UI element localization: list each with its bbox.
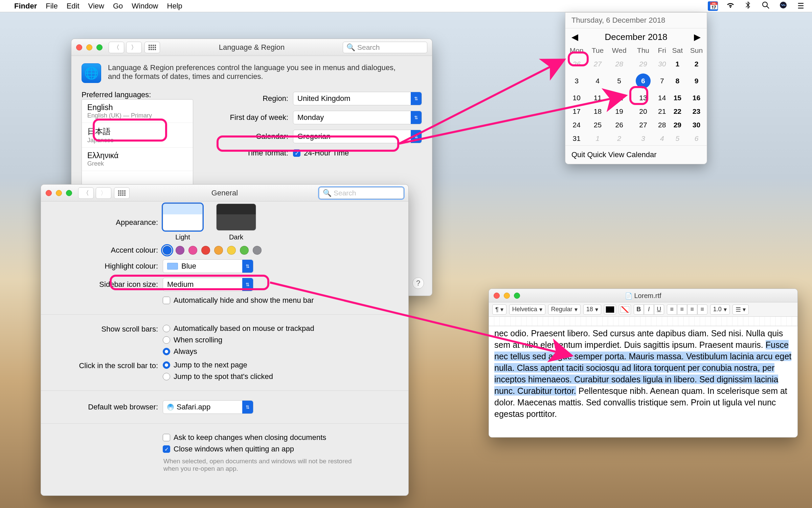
scrollbar-radio[interactable] [163,348,170,355]
bluetooth-icon[interactable] [743,1,753,11]
calendar-day[interactable]: 15 [669,91,686,105]
highlight-colour-select[interactable]: Blue ⇅ [163,259,253,273]
region-select[interactable]: United Kingdom ⇅ [293,92,422,105]
align-left-button[interactable]: ≡ [667,304,677,315]
menu-help[interactable]: Help [167,2,182,10]
calendar-prev-month[interactable]: ◀ [571,32,578,42]
calendar-day[interactable]: 22 [669,105,686,118]
calendar-day[interactable]: 3 [631,132,655,145]
calendar-day[interactable]: 20 [631,105,655,118]
align-right-button[interactable]: ≡ [687,304,697,315]
font-family-select[interactable]: Helvetica ▾ [509,304,545,315]
calendar-day[interactable]: 27 [631,118,655,132]
calendar-day[interactable]: 23 [686,105,707,118]
accent-swatch[interactable] [176,246,184,255]
calendar-day[interactable]: 14 [655,91,669,105]
calendar-day[interactable]: 11 [588,91,608,105]
default-browser-select[interactable]: Safari.app ⇅ [163,400,253,414]
calendar-day[interactable]: 5 [607,71,631,91]
calendar-day[interactable]: 25 [588,118,608,132]
accent-swatch[interactable] [253,246,262,255]
language-row-english[interactable]: English English (UK) — Primary [82,100,193,123]
list-style-select[interactable]: ☰ ▾ [732,304,749,315]
calendar-day[interactable]: 27 [588,57,608,71]
calendar-day[interactable]: 1 [669,57,686,71]
calendar-day[interactable]: 29 [631,57,655,71]
calendar-select[interactable]: Gregorian ⇅ [293,130,422,143]
accent-swatch[interactable] [201,246,210,255]
calendar-next-month[interactable]: ▶ [694,32,701,42]
calendar-day[interactable]: 29 [669,118,686,132]
no-color-button[interactable] [619,304,631,315]
calendar-menuextra-icon[interactable]: 📅 [708,1,718,11]
click-scrollbar-radio[interactable] [163,373,170,380]
language-row-japanese[interactable]: 日本語 Japanese [82,123,193,148]
language-row-greek[interactable]: Ελληνικά Greek [82,148,193,171]
calendar-day[interactable]: 3 [565,71,588,91]
calendar-day[interactable]: 19 [607,105,631,118]
calendar-day[interactable]: 5 [669,132,686,145]
calendar-day[interactable]: 13 [631,91,655,105]
quit-calendar-item[interactable]: Quit Quick View Calendar [565,145,707,164]
appearance-light[interactable]: Light [163,204,203,241]
accent-swatch[interactable] [240,246,249,255]
document-body[interactable]: nec odio. Praesent libero. Sed cursus an… [489,326,797,421]
calendar-day[interactable]: 12 [607,91,631,105]
scrollbar-radio[interactable] [163,325,170,332]
align-center-button[interactable]: ≡ [677,304,687,315]
line-spacing-select[interactable]: 1.0 ▾ [710,304,730,315]
menu-file[interactable]: File [46,2,58,10]
calendar-day[interactable]: 2 [686,57,707,71]
wifi-icon[interactable] [725,2,736,10]
calendar-day[interactable]: 4 [655,132,669,145]
font-size-select[interactable]: 18 ▾ [583,304,601,315]
calendar-day[interactable]: 24 [565,118,588,132]
accent-swatch[interactable] [188,246,197,255]
accent-swatch[interactable] [163,246,172,255]
menubar-app-name[interactable]: Finder [14,2,37,10]
align-justify-button[interactable]: ≡ [697,304,707,315]
calendar-day[interactable]: 26 [565,57,588,71]
accent-swatch[interactable] [227,246,236,255]
bold-button[interactable]: B [634,304,644,315]
italic-button[interactable]: I [644,304,654,315]
scrollbar-radio[interactable] [163,336,170,344]
paragraph-style-select[interactable]: ¶ ▾ [492,304,506,315]
calendar-day[interactable]: 8 [669,71,686,91]
calendar-day[interactable]: 6 [631,71,655,91]
click-scrollbar-radio[interactable] [163,361,170,369]
help-button[interactable]: ? [412,277,424,289]
close-windows-checkbox[interactable]: ✓ [163,445,170,453]
calendar-day[interactable]: 30 [655,57,669,71]
menu-go[interactable]: Go [113,2,123,10]
calendar-day[interactable]: 17 [565,105,588,118]
first-day-of-week-select[interactable]: Monday ⇅ [293,111,422,124]
text-color-button[interactable] [604,304,616,315]
appearance-dark[interactable]: Dark [216,204,256,241]
calendar-day[interactable]: 9 [686,71,707,91]
notification-center-icon[interactable]: ☰ [796,2,806,10]
ask-keep-changes-checkbox[interactable] [163,434,170,441]
calendar-day[interactable]: 18 [588,105,608,118]
autohide-menubar-checkbox[interactable] [163,297,170,304]
ruler[interactable] [489,317,797,326]
calendar-day[interactable]: 1 [588,132,608,145]
font-weight-select[interactable]: Regular ▾ [548,304,581,315]
calendar-day[interactable]: 28 [655,118,669,132]
menu-edit[interactable]: Edit [67,2,80,10]
calendar-day[interactable]: 21 [655,105,669,118]
sidebar-icon-size-select[interactable]: Medium ⇅ [163,278,253,291]
calendar-day[interactable]: 31 [565,132,588,145]
spotlight-icon[interactable] [761,1,771,11]
siri-icon[interactable] [778,1,788,11]
calendar-day[interactable]: 10 [565,91,588,105]
calendar-day[interactable]: 4 [588,71,608,91]
calendar-day[interactable]: 26 [607,118,631,132]
calendar-day[interactable]: 7 [655,71,669,91]
underline-button[interactable]: U [654,304,664,315]
calendar-day[interactable]: 6 [686,132,707,145]
accent-swatch[interactable] [214,246,223,255]
calendar-day[interactable]: 16 [686,91,707,105]
menu-view[interactable]: View [88,2,104,10]
24hour-checkbox[interactable]: ✓ [293,149,300,157]
